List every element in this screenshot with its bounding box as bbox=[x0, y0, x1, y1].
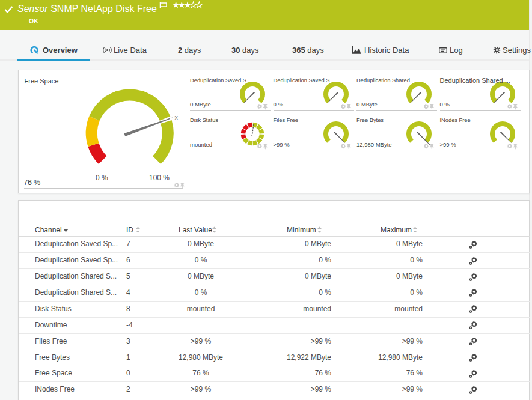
svg-text:x: x bbox=[175, 114, 179, 121]
